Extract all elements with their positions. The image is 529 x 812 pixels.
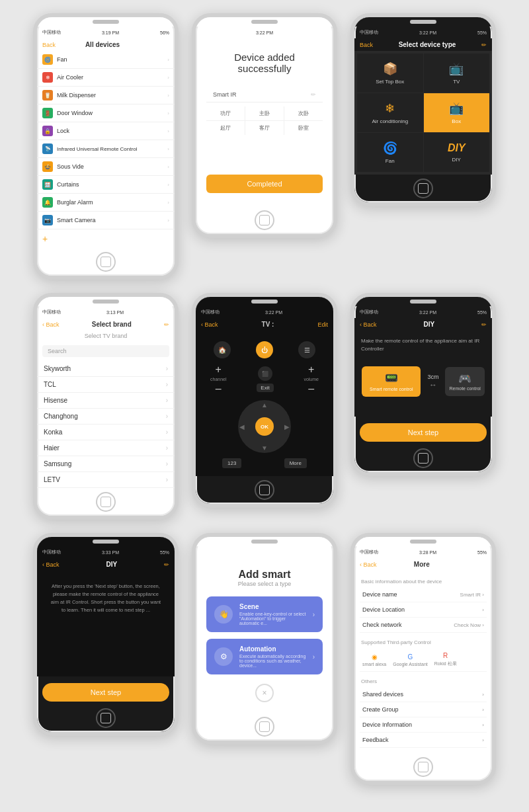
device-name-item[interactable]: Device name Smart IR ›	[360, 587, 487, 602]
nav-title-5: TV :	[262, 321, 274, 328]
screen-btn[interactable]: ⬛	[258, 366, 272, 381]
brand-item[interactable]: Konka›	[37, 425, 175, 440]
grid-btn[interactable]: 卧室	[284, 121, 323, 135]
distance-label: 3cm	[427, 374, 438, 380]
device-type-diy[interactable]: DIY DIY	[424, 133, 490, 172]
menu-btn[interactable]: ☰	[298, 341, 315, 358]
cancel-button[interactable]: ×	[255, 684, 274, 702]
device-type-box[interactable]: 📺 Box	[424, 93, 490, 132]
smart-control-box: 📟 Smart remote control	[362, 366, 421, 397]
device-info-item[interactable]: Device Information ›	[360, 717, 487, 733]
brand-item[interactable]: LETV›	[37, 472, 175, 488]
brand-item[interactable]: Haier›	[37, 440, 175, 456]
back-button-9[interactable]: ‹ Back	[360, 561, 377, 568]
edit-button-5[interactable]: Edit	[317, 321, 328, 328]
list-item[interactable]: ❄ Air Cooler ›	[37, 69, 175, 87]
back-button-6[interactable]: ‹ Back	[360, 321, 377, 328]
device-type-ac[interactable]: ❄ Air conditioning	[357, 93, 423, 132]
vol-plus-btn[interactable]: +	[308, 364, 314, 376]
automation-option[interactable]: ⚙ Automation Execute automatically accor…	[206, 639, 323, 674]
device-type-label: Set Top Box	[376, 79, 404, 85]
home-button-1[interactable]	[96, 252, 116, 272]
list-item[interactable]: 🥛 Milk Dispenser ›	[37, 87, 175, 104]
home-button-5[interactable]	[255, 480, 274, 500]
device-type-grid: 📦 Set Top Box 📺 TV ❄ Air conditioning 📺 …	[354, 51, 492, 175]
list-item[interactable]: 🚪 Door Window ›	[37, 104, 175, 122]
brand-item[interactable]: Skyworth›	[37, 361, 175, 377]
edit-icon[interactable]: ✏	[311, 91, 316, 98]
brand-search-input[interactable]: Search	[42, 345, 169, 357]
shared-devices-item[interactable]: Shared devices ›	[360, 687, 487, 702]
more-btn[interactable]: More	[284, 458, 307, 468]
dpad-right[interactable]: ▶	[284, 423, 290, 430]
next-step-button-7[interactable]: Next step	[42, 683, 169, 702]
notch-7	[37, 537, 175, 546]
status-bar-7: 中国移动 3:33 PM 55%	[37, 546, 175, 558]
basic-section-title: Basic information about the device	[360, 576, 487, 587]
home-button-2[interactable]	[255, 210, 274, 230]
brand-item[interactable]: TCL›	[37, 377, 175, 393]
scene-option[interactable]: 👋 Scene Enable one-key-control or select…	[206, 596, 323, 632]
list-item[interactable]: 📡 Infrared Universal Remote Control ›	[37, 140, 175, 158]
list-item[interactable]: 🌀 Fan ›	[37, 51, 175, 69]
back-button-3[interactable]: Back	[360, 42, 373, 48]
edit-icon-7[interactable]: ✏	[164, 561, 169, 568]
dpad-up[interactable]: ▲	[261, 401, 268, 409]
back-button-1[interactable]: Back	[42, 42, 56, 48]
brand-item[interactable]: Changhong›	[37, 409, 175, 425]
grid-btn[interactable]: 客厅	[245, 121, 284, 135]
vol-minus-btn[interactable]: –	[308, 383, 314, 395]
home-button-7[interactable]	[96, 708, 116, 728]
device-list: 🌀 Fan › ❄ Air Cooler › 🥛 Milk Dispenser …	[37, 51, 175, 248]
screen-btn-group: ⬛ Exit	[257, 366, 273, 392]
edit-icon-6[interactable]: ✏	[481, 321, 487, 328]
device-type-tv[interactable]: 📺 TV	[424, 54, 490, 93]
num-btn[interactable]: 123	[222, 458, 241, 468]
brand-item[interactable]: Hisense›	[37, 393, 175, 409]
chevron-icon: ›	[167, 110, 169, 116]
grid-btn[interactable]: 起厅	[206, 121, 245, 135]
back-button-4[interactable]: ‹ Back	[42, 321, 60, 328]
channel-plus-btn[interactable]: +	[216, 364, 222, 376]
back-button-7[interactable]: ‹ Back	[42, 561, 60, 568]
rokid-logo: R Rokid 松果	[434, 652, 457, 667]
list-item[interactable]: 📷 Smart Camera ›	[37, 212, 175, 229]
brand-item[interactable]: Samsung›	[37, 456, 175, 472]
feedback-item[interactable]: Feedback ›	[360, 733, 487, 748]
add-device-button[interactable]: +	[37, 229, 175, 248]
completed-button[interactable]: Completed	[206, 175, 323, 193]
edit-icon-3[interactable]: ✏	[481, 42, 487, 48]
edit-icon-4[interactable]: ✏	[164, 321, 169, 328]
list-item[interactable]: 🪟 Curtains ›	[37, 176, 175, 194]
dpad-down[interactable]: ▼	[261, 444, 268, 452]
third-party-section-title: Supported Third-party Control	[360, 637, 487, 648]
dpad-left[interactable]: ◀	[239, 423, 245, 430]
notch-2	[196, 17, 333, 26]
grid-btn[interactable]: 次卧	[284, 106, 323, 120]
home-button-8[interactable]	[255, 717, 274, 737]
list-item[interactable]: 🔒 Lock ›	[37, 122, 175, 140]
list-item[interactable]: 🔔 Burglar Alarm ›	[37, 194, 175, 212]
device-type-settopbox[interactable]: 📦 Set Top Box	[357, 54, 423, 93]
channel-minus-btn[interactable]: –	[216, 383, 222, 395]
exit-btn[interactable]: Exit	[257, 384, 273, 392]
grid-btn[interactable]: 主卧	[245, 106, 284, 120]
power-btn[interactable]: ⏻	[256, 341, 273, 358]
back-button-5[interactable]: ‹ Back	[201, 321, 218, 328]
create-group-item[interactable]: Create Group ›	[360, 702, 487, 717]
check-network-item[interactable]: Check network Check Now ›	[360, 618, 487, 633]
device-location-item[interactable]: Device Location ›	[360, 602, 487, 618]
device-type-fan[interactable]: 🌀 Fan	[357, 133, 423, 172]
next-step-button-6[interactable]: Next step	[360, 423, 487, 442]
scene-icon: 👋	[214, 605, 233, 624]
home-button-3[interactable]	[413, 179, 433, 198]
home-button-6[interactable]	[413, 448, 433, 468]
home-remote-btn[interactable]: 🏠	[214, 341, 231, 358]
grid-btn[interactable]: 功厅	[206, 106, 245, 120]
home-button-4[interactable]	[96, 492, 116, 512]
home-button-9[interactable]	[413, 757, 433, 777]
list-item[interactable]: 🍲 Sous Vide ›	[37, 158, 175, 176]
device-name: Fan	[57, 56, 67, 63]
status-time-1: 3:19 PM	[102, 30, 119, 35]
ok-button[interactable]: OK	[255, 417, 274, 436]
